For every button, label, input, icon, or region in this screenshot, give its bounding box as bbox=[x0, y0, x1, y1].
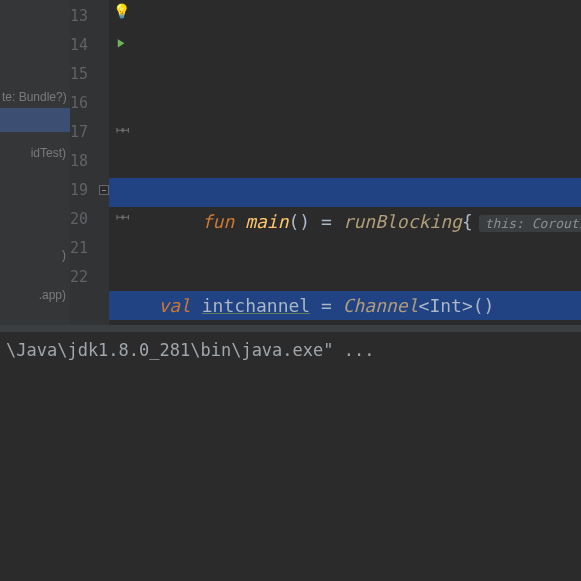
line-number[interactable]: 14 bbox=[70, 31, 108, 60]
project-item[interactable]: .app) bbox=[0, 284, 70, 306]
line-number[interactable]: 16 bbox=[70, 89, 108, 118]
console-panel[interactable]: \Java\jdk1.8.0_281\bin\java.exe" ... bbox=[0, 325, 581, 581]
code-area[interactable]: fun main() = runBlocking{this: Coroutine… bbox=[109, 0, 581, 325]
line-number[interactable]: 13 bbox=[70, 2, 108, 31]
code-line[interactable]: val intchannel = Channel<Int>() bbox=[109, 291, 581, 320]
line-number[interactable]: 17 bbox=[70, 118, 108, 147]
operator: = bbox=[321, 211, 332, 232]
brace: { bbox=[462, 211, 473, 232]
code-editor[interactable]: 13 14 15 16 17 18 19 20 21 22 💡 ▶ ↦↤ ↦↤ … bbox=[70, 0, 581, 325]
line-number[interactable]: 20 bbox=[70, 205, 108, 234]
keyword: val bbox=[158, 295, 191, 316]
call: runBlocking bbox=[343, 211, 462, 232]
project-item[interactable]: te: Bundle?) bbox=[0, 86, 70, 108]
line-number[interactable]: 18 bbox=[70, 147, 108, 176]
line-number[interactable]: 22 bbox=[70, 263, 108, 292]
project-item-selected[interactable] bbox=[0, 108, 70, 132]
project-item[interactable]: idTest) bbox=[0, 142, 70, 164]
code-line[interactable]: fun main() = runBlocking{this: Coroutine… bbox=[109, 178, 581, 207]
gutter[interactable]: 13 14 15 16 17 18 19 20 21 22 bbox=[70, 0, 108, 325]
console-output[interactable]: \Java\jdk1.8.0_281\bin\java.exe" ... bbox=[0, 332, 581, 368]
project-pane[interactable]: te: Bundle?) idTest) ) .app) bbox=[0, 0, 70, 325]
inlay-hint: this: CoroutineS bbox=[479, 215, 581, 232]
line-number[interactable]: 21 bbox=[70, 234, 108, 263]
line-number[interactable]: 15 bbox=[70, 60, 108, 89]
keyword: fun bbox=[202, 211, 235, 232]
function-name: main bbox=[245, 211, 288, 232]
type: Int bbox=[429, 295, 462, 316]
project-item[interactable]: ) bbox=[0, 244, 70, 266]
code-line[interactable] bbox=[109, 65, 581, 94]
ide-window: { "project": { "items": [ { "label": "te… bbox=[0, 0, 581, 581]
identifier: intchannel bbox=[202, 295, 310, 316]
type: Channel bbox=[343, 295, 419, 316]
operator: = bbox=[321, 295, 332, 316]
fold-icon[interactable] bbox=[99, 185, 109, 195]
